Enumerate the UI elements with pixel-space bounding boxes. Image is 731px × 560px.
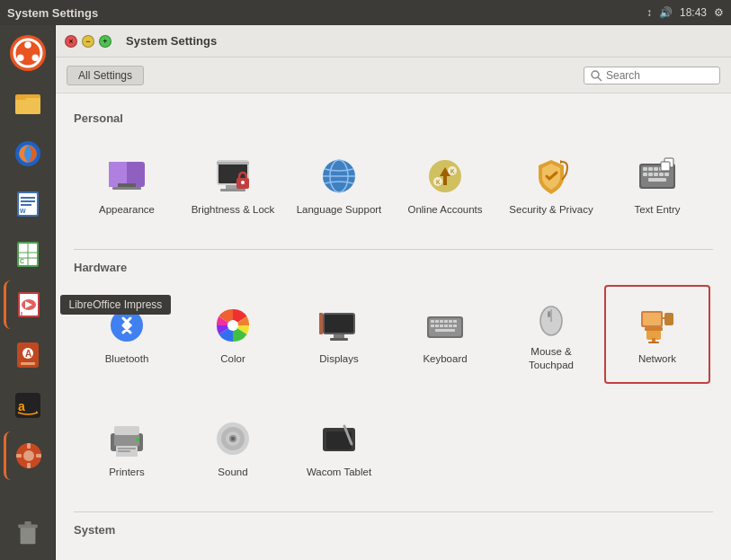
svg-rect-114 <box>648 342 659 343</box>
svg-rect-96 <box>431 324 434 327</box>
svg-rect-106 <box>548 311 550 317</box>
appearance-icon <box>105 155 148 198</box>
section-personal-title: Personal <box>74 111 713 125</box>
search-input[interactable] <box>606 69 714 82</box>
settings-item-wacom-tablet[interactable]: Wacom Tablet <box>286 398 392 497</box>
top-bar: System Settings ↕ 🔊 18:43 ⚙ <box>0 0 731 25</box>
displays-label: Displays <box>319 352 358 366</box>
clock: 18:43 <box>680 6 707 19</box>
settings-item-software-updates[interactable]: Software & Updates <box>392 547 498 560</box>
settings-item-color[interactable]: Color <box>180 285 286 384</box>
system-separator <box>74 511 713 512</box>
settings-item-brightness-lock[interactable]: Brightness & Lock <box>180 136 286 235</box>
settings-item-time-date[interactable]: Time & Date <box>498 547 604 560</box>
displays-icon <box>317 304 361 347</box>
all-settings-button[interactable]: All Settings <box>67 66 144 85</box>
svg-rect-77 <box>648 178 666 182</box>
settings-item-universal-access[interactable]: Universal Access <box>604 547 710 560</box>
section-personal: Personal Appear <box>74 111 713 235</box>
svg-marker-64 <box>560 160 564 164</box>
svg-rect-116 <box>114 435 139 446</box>
settings-item-keyboard[interactable]: Keyboard <box>392 285 498 384</box>
svg-rect-5 <box>15 98 40 114</box>
svg-rect-28 <box>21 362 35 365</box>
launcher-item-impress[interactable]: I LibreOffice Impress <box>4 280 52 329</box>
svg-rect-69 <box>654 167 658 171</box>
svg-text:a: a <box>18 399 25 413</box>
volume-icon: 🔊 <box>659 6 673 19</box>
launcher-item-trash[interactable] <box>4 508 52 556</box>
settings-gear-icon[interactable]: ⚙ <box>714 6 724 19</box>
svg-point-126 <box>231 437 235 440</box>
settings-item-landscape-service[interactable]: L Landscape Service <box>286 547 392 560</box>
launcher-item-calc[interactable]: C <box>4 230 52 279</box>
minimize-button[interactable]: − <box>82 35 94 48</box>
svg-rect-99 <box>444 324 448 327</box>
printers-label: Printers <box>109 466 145 479</box>
svg-rect-73 <box>648 173 653 176</box>
launcher-item-system-settings[interactable] <box>4 431 52 480</box>
svg-rect-117 <box>114 426 139 435</box>
launcher-item-ubuntu-home[interactable] <box>4 29 52 77</box>
launcher-item-files[interactable] <box>4 79 52 128</box>
settings-item-security-privacy[interactable]: Security & Privacy <box>498 136 604 235</box>
svg-rect-98 <box>440 324 443 327</box>
svg-rect-95 <box>453 320 457 323</box>
settings-item-network[interactable]: Network <box>604 285 710 384</box>
svg-rect-75 <box>659 173 664 176</box>
settings-item-backups[interactable]: Backups <box>74 547 180 560</box>
color-label: Color <box>220 352 245 366</box>
settings-item-bluetooth[interactable]: Bluetooth <box>74 285 180 384</box>
svg-point-55 <box>241 181 245 184</box>
mouse-touchpad-label: Mouse & Touchpad <box>507 345 595 372</box>
section-hardware-title: Hardware <box>74 261 713 274</box>
section-system-title: System <box>74 523 713 537</box>
keyboard-label: Keyboard <box>423 352 467 366</box>
launcher-item-amazon[interactable]: a <box>4 381 52 430</box>
settings-item-displays[interactable]: Displays <box>286 285 392 384</box>
svg-rect-13 <box>21 204 31 206</box>
svg-point-1 <box>24 41 31 49</box>
svg-rect-53 <box>220 189 245 191</box>
network-label: Network <box>638 352 676 366</box>
svg-line-43 <box>598 77 602 81</box>
settings-item-sound[interactable]: Sound <box>180 398 286 497</box>
network-icon <box>636 304 679 347</box>
settings-item-text-entry[interactable]: Text Entry <box>604 136 710 235</box>
window-buttons: × − + <box>65 35 111 48</box>
toolbar: All Settings <box>56 58 731 93</box>
settings-item-language-support[interactable]: Language Support <box>286 136 392 235</box>
hardware-grid-2: Printers Soun <box>74 398 713 497</box>
settings-item-details[interactable]: Details <box>180 547 286 560</box>
svg-rect-94 <box>449 320 452 323</box>
search-icon <box>590 69 602 82</box>
svg-rect-45 <box>109 162 127 187</box>
window-chrome: × − + System Settings <box>56 25 731 58</box>
svg-point-2 <box>17 55 24 62</box>
settings-item-printers[interactable]: Printers <box>74 398 180 497</box>
svg-text:A: A <box>25 349 31 359</box>
brightness-lock-label: Brightness & Lock <box>192 203 275 217</box>
system-grid: Backups Details <box>74 547 713 560</box>
svg-rect-51 <box>217 162 249 164</box>
maximize-button[interactable]: + <box>99 35 111 48</box>
section-hardware: Hardware Bluetooth <box>74 261 713 497</box>
keyboard-icon <box>423 304 467 347</box>
svg-rect-120 <box>118 450 130 452</box>
settings-item-appearance[interactable]: Appearance <box>74 136 180 235</box>
printers-icon <box>105 417 148 460</box>
svg-rect-92 <box>440 320 443 323</box>
close-button[interactable]: × <box>65 35 77 48</box>
svg-rect-74 <box>654 173 658 176</box>
svg-rect-6 <box>15 96 26 100</box>
settings-item-mouse-touchpad[interactable]: Mouse & Touchpad <box>498 285 604 384</box>
launcher-item-firefox[interactable] <box>4 129 52 178</box>
svg-point-42 <box>592 71 599 78</box>
launcher-item-software-center[interactable]: A <box>4 331 52 379</box>
sound-icon <box>211 417 254 460</box>
bluetooth-label: Bluetooth <box>105 352 149 366</box>
settings-item-online-accounts[interactable]: K K Online Accounts <box>392 136 498 235</box>
launcher-item-writer[interactable]: W <box>4 180 52 228</box>
sound-label: Sound <box>218 466 247 479</box>
personal-grid: Appearance <box>74 136 713 235</box>
